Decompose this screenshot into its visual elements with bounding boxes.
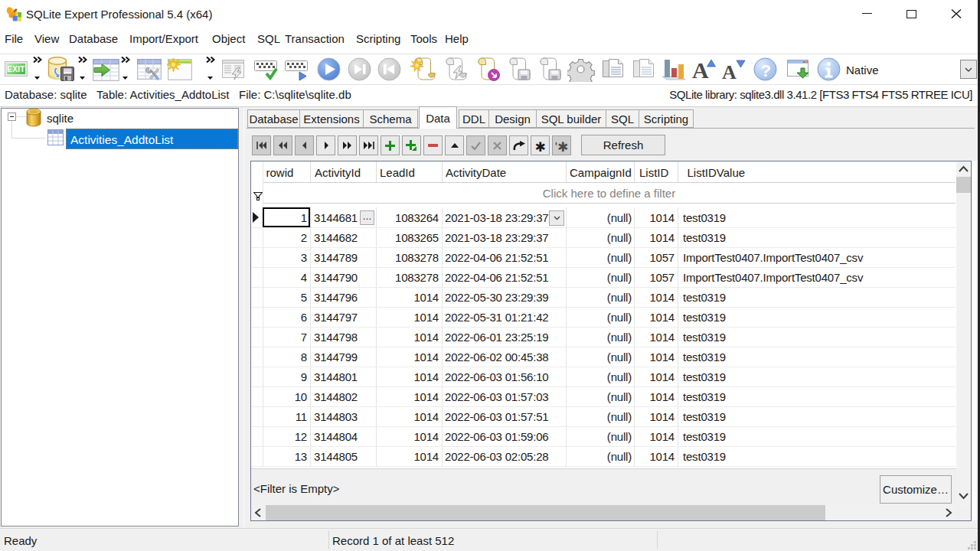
svg-text:A: A bbox=[722, 61, 737, 82]
svg-text:A: A bbox=[692, 57, 709, 82]
svg-text:?: ? bbox=[761, 61, 771, 80]
